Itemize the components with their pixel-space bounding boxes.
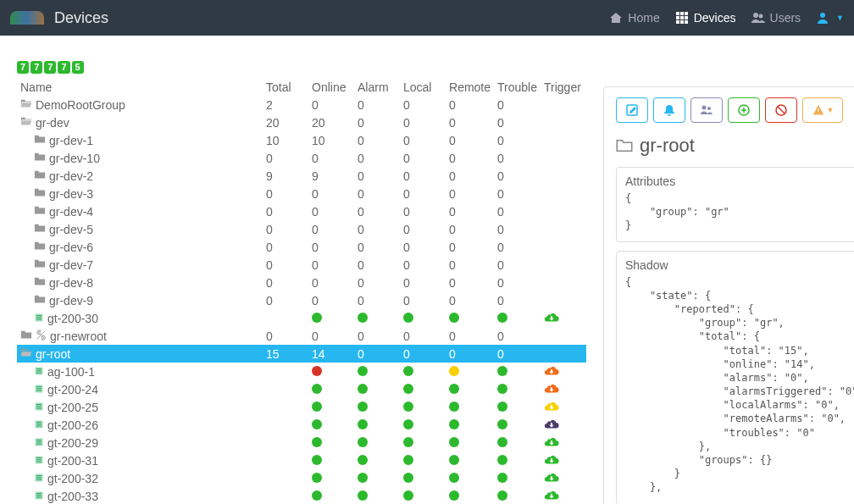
delete-button[interactable] [765,97,797,123]
tree-panel: 77775 Name Total Online Alarm Local Remo… [17,61,586,504]
status-dot-icon [358,490,368,501]
folder-icon [34,204,46,219]
cell-value: 20 [308,114,354,131]
svg-rect-45 [36,493,42,494]
status-dot-icon [312,455,322,465]
cell-value [263,451,308,469]
group-row[interactable]: gr-root15140000 [17,345,586,363]
detail-panel: ▼ gr-root Attributes { "group": "gr" } S… [603,86,854,504]
cell-value: 0 [263,327,308,345]
cell-status-dot [354,487,400,504]
cell-status-dot [446,469,494,487]
nav-users-label: Users [770,11,801,25]
nav-devices[interactable]: Devices [675,11,736,25]
edit-button[interactable] [616,97,648,123]
cell-value: 0 [308,149,354,167]
group-row[interactable]: gr-dev-7000000 [17,256,586,274]
cell-status-dot [308,451,354,469]
cell-status-dot [308,487,354,504]
cloud-icon [544,311,559,325]
col-local: Local [400,79,446,96]
shadow-body[interactable]: { "state": { "reported": { "group": "gr"… [625,275,854,496]
cell-value: 0 [400,96,446,114]
device-row[interactable]: gt-200-33 [17,487,586,504]
row-label: DemoRootGroup [36,98,125,112]
attributes-heading: Attributes [625,174,854,188]
group-row[interactable]: gr-dev-10000000 [17,149,586,167]
group-row[interactable]: gr-dev-8000000 [17,274,586,291]
svg-rect-7 [680,20,684,24]
group-row[interactable]: gr-dev-6000000 [17,238,586,256]
cell-status-dot [400,309,446,327]
device-row[interactable]: gt-200-31 [17,451,586,469]
device-row[interactable]: gt-200-32 [17,469,586,487]
page-body: 77775 Name Total Online Alarm Local Remo… [0,36,854,504]
status-badge: 5 [72,61,84,74]
group-row[interactable]: gr-dev-9000000 [17,291,586,309]
group-row[interactable]: gr-dev-3000000 [17,185,586,202]
edit-icon [625,103,639,117]
status-dot-icon [449,455,459,465]
group-row[interactable]: gr-dev-4000000 [17,202,586,220]
nav-right: Home Devices Users ▼ [609,11,844,25]
cell-value: 0 [446,327,494,345]
cloud-icon [544,364,559,379]
svg-rect-23 [36,390,42,390]
cell-status-dot [446,380,494,398]
cell-value: 0 [494,256,541,274]
cell-value: 0 [400,220,446,238]
cell-status-dot [446,451,494,469]
cell-value: 0 [494,114,541,131]
cell-trigger [541,380,586,398]
device-row[interactable]: ag-100-1 [17,363,586,380]
group-row[interactable]: gr-newroot000000 [17,327,586,345]
caret-down-icon: ▼ [836,14,844,22]
brand: Devices [10,9,108,27]
group-row[interactable]: gr-dev-110100000 [17,131,586,149]
device-row[interactable]: gt-200-29 [17,434,586,451]
svg-rect-26 [36,406,42,407]
cloud-icon [544,453,559,468]
add-child-button[interactable] [728,97,760,123]
device-tree-table: Name Total Online Alarm Local Remote Tro… [17,79,586,504]
users-group-icon [700,103,713,117]
cell-value: 0 [263,149,308,167]
status-dot-icon [358,455,368,465]
cell-value: 0 [354,327,400,345]
device-row[interactable]: gt-200-24 [17,380,586,398]
device-row[interactable]: gt-200-26 [17,416,586,434]
svg-rect-27 [36,407,42,408]
cell-trigger [541,149,586,167]
nav-home[interactable]: Home [609,11,659,25]
row-label: gr-dev-8 [49,276,93,290]
cell-value: 0 [446,149,494,167]
shadow-section: Shadow { "state": { "reported": { "group… [616,251,854,504]
cell-value: 0 [494,274,541,291]
status-dot-icon [449,473,459,483]
status-dot-icon [449,419,459,429]
status-dot-icon [449,384,459,394]
nav-user-menu[interactable]: ▼ [816,11,844,25]
device-row[interactable]: gt-200-25 [17,398,586,416]
status-dot-icon [449,366,459,376]
bell-icon [663,103,676,117]
warning-menu-button[interactable]: ▼ [802,97,843,123]
group-row[interactable]: gr-dev-5000000 [17,220,586,238]
cell-value: 0 [446,220,494,238]
group-row[interactable]: gr-dev-2990000 [17,167,586,185]
grid-icon [675,11,689,25]
notify-button[interactable] [653,97,685,123]
users-button[interactable] [690,97,723,123]
folder-icon [34,222,46,236]
svg-rect-37 [36,457,42,458]
status-dot-icon [449,437,459,447]
svg-rect-46 [36,495,42,496]
svg-point-11 [820,13,825,18]
nav-users[interactable]: Users [751,11,801,25]
svg-rect-13 [36,315,42,316]
group-row[interactable]: DemoRootGroup200000 [17,96,586,114]
svg-rect-1 [680,12,684,15]
col-name: Name [17,79,263,96]
group-row[interactable]: gr-dev20200000 [17,114,586,131]
device-row[interactable]: gt-200-30 [17,309,586,327]
